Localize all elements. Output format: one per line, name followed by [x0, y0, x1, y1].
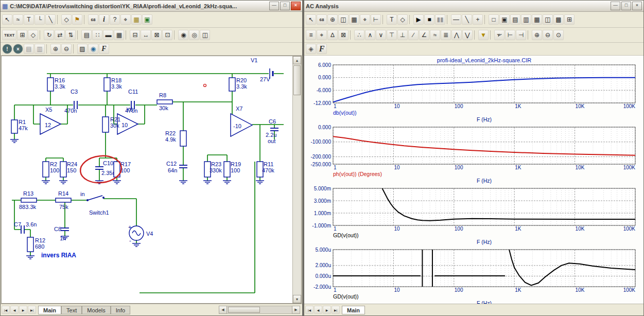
graphics-mode-icon[interactable]: ◇ — [61, 14, 72, 25]
graphics-mode-icon[interactable]: ◇ — [397, 14, 408, 25]
part-R16[interactable]: R163.3k — [47, 77, 65, 91]
scroll-left-button[interactable]: ◀ — [219, 306, 227, 314]
cut-icon[interactable]: ⊠ — [151, 30, 162, 40]
delta-icon[interactable]: ∆ — [327, 30, 338, 40]
schematic-hscrollbar[interactable]: ◀ ▶ — [219, 306, 300, 314]
part-C3[interactable]: C3470n — [64, 89, 78, 114]
wire-segments[interactable] — [12, 74, 284, 293]
text-mode-icon[interactable]: T — [24, 14, 34, 25]
next-tab-button[interactable]: ▶ — [19, 306, 27, 314]
grid-panels-icon[interactable]: ▦ — [532, 14, 542, 25]
vertical-tag-icon[interactable]: ⊣ — [516, 30, 526, 40]
close-button[interactable]: × — [632, 2, 642, 10]
active-plot-icon[interactable]: ▣ — [499, 14, 510, 25]
close-button[interactable]: × — [291, 2, 301, 10]
formula-text-icon[interactable]: F — [99, 44, 109, 54]
component-palette-icon[interactable]: ⊞ — [17, 30, 27, 40]
text-mode-icon[interactable]: T — [387, 14, 397, 25]
inflection-icon[interactable]: ∠ — [419, 30, 429, 40]
data-grid-icon[interactable]: ▩ — [553, 14, 564, 25]
find-component-icon[interactable]: 68 — [88, 14, 98, 25]
last-tab-button[interactable]: ▶| — [28, 306, 36, 314]
low-icon[interactable]: ⊥ — [397, 30, 408, 40]
help-mode-icon[interactable]: ? — [110, 14, 120, 25]
part-R20[interactable]: R203.3k — [229, 77, 247, 91]
stop-icon[interactable]: ■ — [424, 14, 434, 25]
select-mode-icon[interactable]: ↖ — [2, 14, 12, 25]
part-R22[interactable]: R224.9k — [165, 130, 186, 146]
scroll-up-button[interactable]: ▲ — [293, 56, 301, 64]
first-tab-button[interactable]: |◀ — [305, 306, 314, 314]
tab-text[interactable]: Text — [61, 306, 82, 314]
schematic-vscrollbar[interactable]: ▲ ▼ — [292, 56, 301, 303]
hscroll-track[interactable] — [227, 306, 292, 314]
vscroll-thumb[interactable] — [293, 65, 301, 95]
vertical-panels-icon[interactable]: ▥ — [521, 14, 531, 25]
schematic-titlebar[interactable]: ▦ C:\MC9\DATA\Petrov\switching distortio… — [1, 1, 302, 12]
line-tool-icon[interactable]: — — [451, 14, 461, 25]
redraw-icon[interactable]: ◈ — [306, 44, 316, 54]
zoom-out-icon[interactable]: ⊖ — [61, 44, 72, 54]
tab-models[interactable]: Models — [82, 306, 110, 314]
prev-tab-button[interactable]: ◀ — [314, 306, 322, 314]
part-R8[interactable]: R830k — [157, 92, 172, 111]
plot-background[interactable] — [333, 127, 635, 164]
ac-plot-0[interactable]: 1101001K10K100K6.0000.000-6.000-12.000pr… — [304, 57, 641, 125]
p-key-icon[interactable]: 'P' — [494, 30, 504, 40]
rubberband-icon[interactable]: ⊡ — [162, 30, 172, 40]
metafile-icon[interactable]: ▨ — [77, 44, 88, 54]
part-R24[interactable]: R24150 — [60, 161, 77, 177]
ac-analysis-titlebar[interactable]: AC Analysis —□× — [304, 1, 643, 12]
part-R23[interactable]: R23330k — [204, 161, 222, 177]
part-V1[interactable]: V127V — [251, 57, 273, 82]
info-mode-icon[interactable]: i — [99, 14, 109, 25]
part-X7[interactable]: X7-10 — [231, 106, 252, 136]
part-R2[interactable]: R2100 — [43, 161, 59, 177]
part-R17[interactable]: R17100 — [114, 161, 131, 177]
flag-mode-icon[interactable]: ⚑ — [72, 14, 82, 25]
split-window-icon[interactable]: ◫ — [200, 30, 210, 40]
schematic-svg[interactable]: V127VR163.3kR183.3kR203.3kC3470nC11470nR… — [2, 56, 286, 298]
part-R1[interactable]: R147k — [11, 119, 28, 133]
grid-dots-icon[interactable]: ∷ — [92, 30, 102, 40]
step-box-icon[interactable]: ▤ — [81, 30, 92, 40]
zoom-in-icon[interactable]: ⊕ — [532, 30, 542, 40]
tab-main[interactable]: Main — [38, 306, 61, 314]
first-tab-button[interactable]: |◀ — [2, 306, 10, 314]
find-next-icon[interactable]: ◎ — [189, 30, 199, 40]
valley-icon[interactable]: ∨ — [376, 30, 386, 40]
global-high-icon[interactable]: ⋀ — [451, 30, 462, 40]
color-menu-icon[interactable]: ▼ — [478, 30, 489, 40]
wire-mode-icon[interactable]: └ — [34, 14, 45, 25]
cursor-mode-icon[interactable]: ⌖ — [360, 14, 370, 25]
stretch-icon[interactable]: ↔ — [141, 30, 151, 40]
minimize-button[interactable]: — — [269, 2, 279, 10]
tab-info[interactable]: Info — [111, 306, 130, 314]
pause-icon[interactable]: ▮▮ — [435, 14, 445, 25]
part-R18[interactable]: R183.3k — [104, 77, 122, 91]
part-R13[interactable]: R13883.3k — [19, 190, 37, 210]
add-window-icon[interactable]: ⊞ — [564, 14, 575, 25]
slope-icon[interactable]: ∕ — [408, 30, 419, 40]
mirror-horizontal-icon[interactable]: ⇄ — [55, 30, 65, 40]
high-icon[interactable]: ⊤ — [387, 30, 397, 40]
part-C7[interactable]: C73.6n — [14, 221, 37, 234]
copy-page-icon[interactable]: ▥ — [34, 44, 45, 54]
clear-errors-icon[interactable]: × — [13, 44, 23, 54]
scroll-right-button[interactable]: ▶ — [292, 306, 300, 314]
zoom-in-icon[interactable]: ⊕ — [50, 44, 61, 54]
mode-box-icon[interactable]: ⊟ — [130, 30, 140, 40]
ac-plot-3[interactable]: 1101001K10K100K5.000u2.000u0.000u-2.000u… — [304, 247, 641, 304]
copy-to-clipboard-icon[interactable]: ▤ — [24, 44, 34, 54]
zoom-out-icon[interactable]: ⊖ — [543, 30, 553, 40]
shape-palette-icon[interactable]: ◇ — [28, 30, 38, 40]
horizontal-panels-icon[interactable]: ▤ — [510, 14, 520, 25]
part-C12[interactable]: C1264n — [166, 161, 187, 173]
split-panels-icon[interactable]: ◫ — [543, 14, 553, 25]
part-C10[interactable]: C102.35n — [95, 160, 116, 176]
zoom-menu-icon[interactable]: ⊕ — [327, 14, 338, 25]
schematic-canvas[interactable]: V127VR163.3kR183.3kR203.3kC3470nC11470nR… — [2, 56, 292, 303]
hscroll-thumb[interactable] — [228, 307, 260, 313]
title-block-icon[interactable]: ▦ — [114, 30, 124, 40]
tab-main[interactable]: Main — [342, 306, 365, 314]
